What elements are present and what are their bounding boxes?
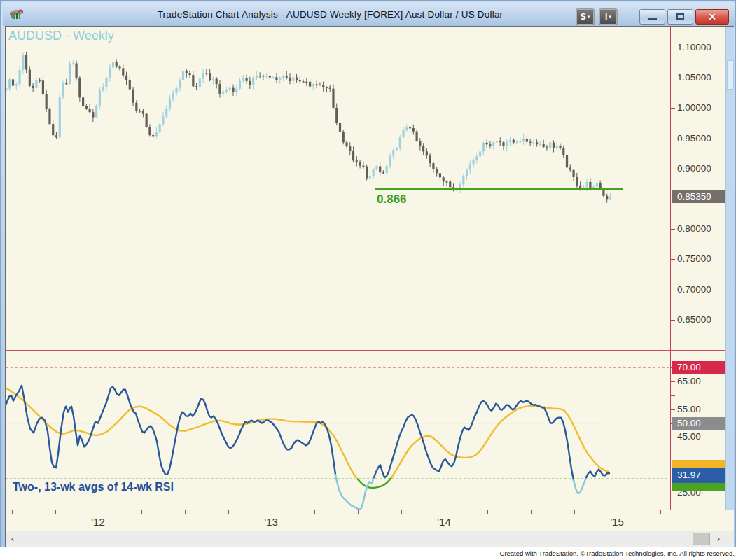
axis-label: 1.00000 (671, 102, 726, 113)
time-axis[interactable]: '12'13'14'15 (6, 510, 734, 531)
axis-tick (671, 139, 675, 139)
time-axis-tick (704, 510, 704, 514)
axis-tick (671, 451, 675, 451)
time-axis-tick (618, 510, 618, 514)
axis-tick (671, 169, 675, 169)
time-axis-tick (401, 510, 402, 514)
axis-tick (671, 437, 675, 438)
time-axis-tick (99, 510, 99, 514)
symbol-label: AUDUSD - Weekly (8, 29, 114, 43)
last-price-badge: 0.85359 (672, 190, 725, 203)
scroll-right-arrow-icon[interactable]: › (713, 533, 724, 545)
axis-tick (671, 78, 675, 78)
axis-tick (671, 396, 675, 396)
title-bar: TradeStation Chart Analysis - AUDUSD Wee… (3, 3, 735, 26)
time-axis-tick (445, 510, 445, 514)
time-axis-tick (185, 510, 186, 514)
axis-label: 0.75000 (671, 253, 726, 265)
time-axis-tick (531, 510, 532, 514)
axis-tick (671, 108, 675, 108)
vertical-scrollbar-thumb[interactable] (727, 60, 734, 90)
tradestation-window: TradeStation Chart Analysis - AUDUSD Wee… (0, 0, 736, 547)
axis-tick (671, 48, 675, 48)
dropdown-arrow-icon: ▾ (588, 14, 590, 20)
window-title: TradeStation Chart Analysis - AUDUSD Wee… (87, 3, 574, 26)
axis-label: 65.00 (671, 376, 726, 387)
support-line-label: 0.866 (377, 192, 407, 206)
indicator-value-badge: 31.97 (672, 468, 725, 483)
time-axis-tick (574, 510, 575, 514)
close-button[interactable]: ✕ (695, 9, 729, 24)
axis-label: 0.95000 (671, 133, 726, 144)
vertical-scrollbar[interactable] (725, 27, 734, 531)
time-axis-tick (55, 510, 56, 514)
year-label: '12 (77, 516, 119, 528)
indicator-legend: Two-, 13-wk avgs of 14-wk RSI (13, 481, 174, 493)
horizontal-scrollbar[interactable]: ‹ › (6, 531, 734, 547)
dropdown-arrow-icon: ▾ (609, 14, 611, 20)
axis-label: 0.70000 (671, 284, 726, 295)
time-axis-tick (660, 510, 661, 514)
year-label: '14 (423, 516, 465, 528)
year-label: '13 (250, 516, 292, 528)
time-axis-tick (314, 510, 315, 514)
axis-tick (671, 290, 675, 290)
axis-label: 0.65000 (671, 314, 726, 326)
axis-label: 1.10000 (671, 42, 726, 53)
time-axis-tick (487, 510, 488, 514)
close-icon: ✕ (708, 12, 716, 22)
time-axis-tick (272, 510, 272, 514)
window-buttons: S▾ I▾ ✕ (576, 8, 729, 24)
candles-layer (6, 52, 611, 203)
axis-label: 45.00 (671, 431, 726, 442)
horizontal-scrollbar-thumb[interactable] (693, 533, 710, 545)
axis-tick (671, 229, 675, 230)
axis-tick-row (671, 445, 726, 456)
minimize-icon (648, 18, 657, 20)
chart-plot-area[interactable]: 0.866 (6, 27, 670, 510)
maximize-icon (676, 13, 684, 20)
axis-tick (671, 382, 675, 382)
axis-tick (671, 259, 675, 260)
screenshot-root: TradeStation Chart Analysis - AUDUSD Wee… (0, 0, 736, 560)
axis-label: 0.90000 (671, 163, 726, 174)
axis-tick (671, 320, 675, 321)
minimize-button[interactable] (639, 9, 665, 24)
time-axis-tick (12, 510, 13, 514)
time-axis-tick (228, 510, 229, 514)
rsi-level-badge: 50.00 (672, 417, 725, 430)
axis-label: 1.05000 (671, 72, 726, 83)
scroll-left-arrow-icon[interactable]: ‹ (7, 533, 18, 545)
axis-tick (671, 410, 675, 410)
time-axis-tick (141, 510, 142, 514)
indicator-button[interactable]: I▾ (599, 8, 618, 25)
axis-label: 55.00 (671, 404, 726, 415)
time-axis-tick (358, 510, 359, 514)
copyright-text: Created with TradeStation. ©TradeStation… (500, 550, 735, 557)
axis-tick-row (671, 390, 726, 401)
year-label: '15 (596, 516, 638, 528)
price-axis[interactable]: 1.100001.050001.000000.950000.900000.800… (670, 27, 725, 510)
rsi-level-badge: 70.00 (672, 361, 725, 374)
status-line-button[interactable]: S▾ (576, 8, 595, 25)
maximize-button[interactable] (667, 9, 693, 24)
axis-tick (671, 493, 675, 493)
panel-separator (6, 350, 725, 351)
app-icon[interactable] (9, 8, 25, 21)
axis-label: 0.80000 (671, 223, 726, 234)
